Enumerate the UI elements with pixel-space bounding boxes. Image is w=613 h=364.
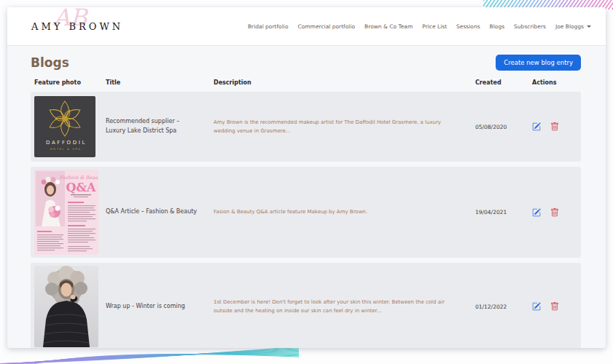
feature-photo-daffodil: DAFFODIL HOTEL & SPA (31, 96, 102, 157)
edit-icon[interactable] (532, 302, 541, 311)
svg-text:HOTEL & SPA: HOTEL & SPA (50, 147, 82, 151)
blog-title: Wrap up - Winter is coming (102, 302, 210, 312)
col-header-title: Title (102, 79, 210, 86)
content-area: Blogs Create new blog entry Feature phot… (7, 46, 606, 348)
blog-description: Amy Brown is the recommended makeup arti… (210, 118, 472, 136)
col-header-created: Created (472, 79, 528, 86)
edit-icon[interactable] (532, 122, 541, 131)
top-navbar: AB AMY BROWN Bridal portfolio Commercial… (7, 7, 606, 46)
table-header-row: Feature photo Title Description Created … (31, 76, 581, 92)
blog-created-date: 19/04/2021 (472, 209, 528, 215)
nav-price-list[interactable]: Price List (422, 23, 447, 30)
svg-text:DAFFODIL: DAFFODIL (46, 140, 87, 146)
blog-title: Q&A Article – Fashion & Beauty (102, 207, 210, 217)
nav-blogs[interactable]: Blogs (490, 23, 505, 30)
brand-name: AMY BROWN (31, 21, 123, 32)
blog-title: Recommended supplier – Luxury Lake Distr… (102, 117, 210, 136)
delete-icon[interactable] (550, 208, 559, 217)
col-header-description: Description (210, 79, 472, 86)
daffodil-logo-image: DAFFODIL HOTEL & SPA (34, 96, 95, 157)
blog-description: Fasion & Beauty Q&A article feature Make… (210, 207, 472, 216)
chevron-down-icon (587, 25, 591, 28)
nav-subscribers[interactable]: Subscribers (514, 23, 546, 30)
brand-logo[interactable]: AB AMY BROWN (31, 10, 130, 42)
feature-photo-qa-article: Fashion & Beauty Q&A (31, 170, 102, 255)
nav-bridal-portfolio[interactable]: Bridal portfolio (248, 23, 289, 30)
svg-text:Fashion & Beauty: Fashion & Beauty (60, 175, 98, 181)
svg-text:Q&A: Q&A (66, 181, 96, 194)
blog-created-date: 05/08/2020 (472, 124, 528, 130)
nav-sessions[interactable]: Sessions (456, 23, 480, 30)
main-nav: Bridal portfolio Commercial portfolio Br… (248, 23, 591, 30)
blog-description: 1st December is here! Don't forget to lo… (210, 298, 472, 316)
row-actions (528, 302, 581, 311)
table-row: DAFFODIL HOTEL & SPA Recommended supplie… (31, 92, 581, 162)
table-row: Wrap up - Winter is coming 1st December … (31, 263, 581, 348)
feature-photo-winter-coat (31, 266, 102, 347)
delete-icon[interactable] (550, 302, 559, 311)
user-menu-label: Joe Bloggs (555, 23, 584, 30)
user-menu[interactable]: Joe Bloggs (555, 23, 591, 30)
row-actions (528, 208, 581, 217)
page-header: Blogs Create new blog entry (31, 55, 581, 71)
winter-coat-image (34, 266, 98, 347)
blog-created-date: 01/12/2022 (472, 304, 528, 310)
qa-magazine-image: Fashion & Beauty Q&A (34, 170, 98, 255)
nav-brown-co-team[interactable]: Brown & Co Team (364, 23, 413, 30)
nav-commercial-portfolio[interactable]: Commercial portfolio (297, 23, 355, 30)
main-card: AB AMY BROWN Bridal portfolio Commercial… (7, 7, 606, 348)
create-blog-button[interactable]: Create new blog entry (496, 55, 581, 71)
col-header-feature-photo: Feature photo (31, 79, 102, 86)
delete-icon[interactable] (550, 122, 559, 131)
table-row: Fashion & Beauty Q&A (31, 167, 581, 258)
row-actions (528, 122, 581, 131)
col-header-actions: Actions (528, 79, 581, 86)
page-title: Blogs (31, 55, 69, 70)
edit-icon[interactable] (532, 208, 541, 217)
